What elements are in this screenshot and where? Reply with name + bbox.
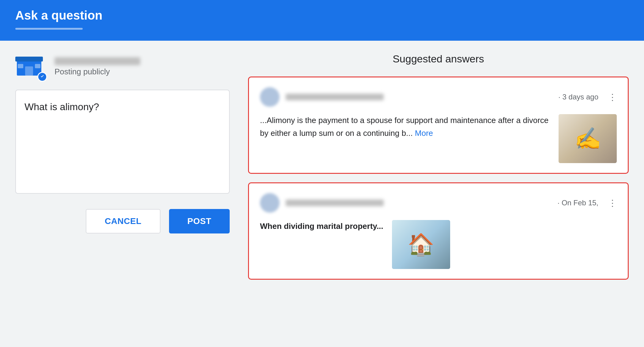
user-name-blurred-1 (286, 94, 384, 100)
shield-icon (39, 73, 46, 80)
answer-body-2: When dividing marital property... (260, 220, 617, 269)
answer-card-1-header: · 3 days ago ⋮ (260, 87, 617, 107)
svg-rect-4 (35, 64, 40, 68)
main-content: Posting publicly What is alimony? CANCEL… (0, 41, 644, 347)
more-link-1[interactable]: More (415, 129, 433, 138)
question-input[interactable]: What is alimony? (15, 90, 230, 194)
store-icon-wrap (15, 53, 46, 80)
svg-rect-1 (15, 57, 43, 62)
answer-text-2: When dividing marital property... (260, 220, 383, 233)
answer-text-1: ...Alimony is the payment to a spouse fo… (260, 114, 550, 140)
posting-publicly-label: Posting publicly (55, 67, 140, 76)
user-name-blurred (55, 57, 140, 65)
user-info: Posting publicly (15, 53, 230, 80)
thumbnail-art-1 (559, 114, 617, 163)
avatar-2 (260, 193, 280, 213)
user-text-block: Posting publicly (55, 57, 140, 76)
title-underline (15, 28, 83, 30)
user-name-blurred-2 (286, 200, 384, 206)
button-row: CANCEL POST (15, 209, 230, 233)
post-button[interactable]: POST (169, 209, 230, 233)
answer-body-1: ...Alimony is the payment to a spouse fo… (260, 114, 617, 163)
answer-card-2-header: · On Feb 15, ⋮ (260, 193, 617, 213)
svg-rect-2 (25, 66, 33, 76)
more-vert-icon-2[interactable]: ⋮ (608, 198, 617, 208)
more-vert-icon-1[interactable]: ⋮ (608, 92, 617, 102)
avatar-1 (260, 87, 280, 107)
top-bar: Ask a question (0, 0, 644, 41)
page-title: Ask a question (15, 9, 629, 22)
suggested-answers-title: Suggested answers (248, 53, 629, 65)
svg-rect-3 (18, 64, 23, 68)
answer-card-1: · 3 days ago ⋮ ...Alimony is the payment… (248, 76, 629, 174)
timestamp-2: · On Feb 15, (558, 199, 598, 207)
left-panel: Posting publicly What is alimony? CANCEL… (15, 53, 230, 336)
answer-thumbnail-1 (559, 114, 617, 163)
answer-text-content-1: ...Alimony is the payment to a spouse fo… (260, 116, 548, 138)
timestamp-1: · 3 days ago (558, 93, 598, 101)
answer-thumbnail-2 (392, 220, 450, 269)
answer-card-2: · On Feb 15, ⋮ When dividing marital pro… (248, 182, 629, 280)
cancel-button[interactable]: CANCEL (86, 209, 160, 233)
shield-badge (37, 72, 47, 82)
right-panel: Suggested answers · 3 days ago ⋮ ...Alim… (248, 53, 629, 336)
thumbnail-art-2 (392, 220, 450, 269)
